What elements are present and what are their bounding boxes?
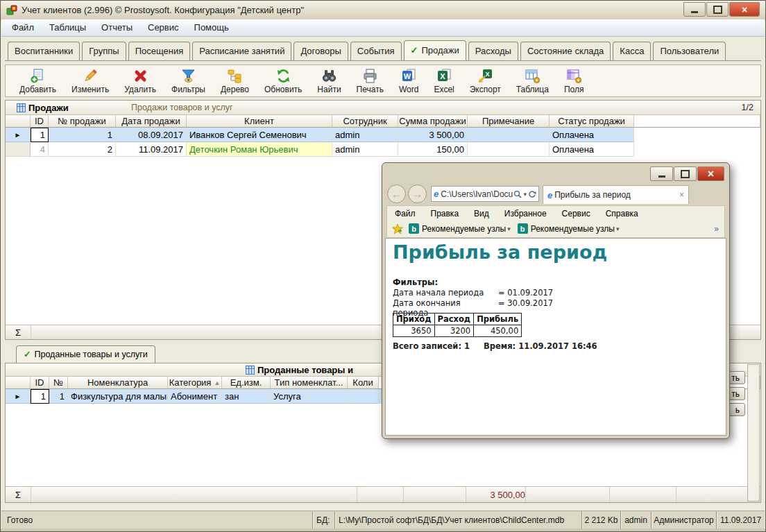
sigma-icon: Σ [6, 487, 31, 502]
tab-sklad[interactable]: Состояние склада [520, 42, 611, 60]
add-icon [30, 68, 46, 84]
cell-amount: 150,00 [398, 142, 468, 157]
button-label: Фильтры [171, 85, 205, 94]
address-bar[interactable]: e C:\Users\Ivan\Docum ▾ [431, 186, 539, 202]
overflow-chevron-icon[interactable]: » [714, 224, 719, 234]
filters-button[interactable]: Фильтры [166, 67, 211, 95]
table-row[interactable]: ► 1 1 08.09.2017 Иванков Сергей Семенови… [6, 128, 760, 142]
fields-button[interactable]: Поля [559, 67, 590, 95]
app-icon [6, 5, 17, 16]
status-db-path: L:\My\Простой софт\БД\БД\Учет клиентов\C… [334, 511, 581, 529]
filter-value: = 01.09.2017 [498, 288, 553, 298]
ie-menu-favorites[interactable]: Избранное [497, 209, 554, 218]
favorites-star-icon[interactable] [392, 223, 403, 234]
forward-button[interactable]: → [408, 185, 427, 203]
cell-id: 4 [31, 142, 49, 157]
chevron-down-icon[interactable]: ▾ [507, 225, 511, 232]
column-header-nomenclature[interactable]: Номенклатура [68, 377, 168, 389]
close-button[interactable]: × [729, 2, 760, 17]
column-header-type[interactable]: Тип номенклат... [271, 377, 348, 389]
column-header-num[interactable]: № [49, 377, 68, 389]
export-button[interactable]: X Экспорт [464, 67, 507, 95]
column-header-id[interactable]: ID [31, 377, 49, 389]
table-button[interactable]: Таблица [511, 67, 554, 95]
report-col-pribyl: Прибыль [474, 314, 522, 325]
tab-poseshcheniya[interactable]: Посещения [128, 42, 191, 60]
tab-label: Договоры [300, 46, 341, 56]
ie-menu-edit[interactable]: Правка [423, 209, 467, 218]
table-row[interactable]: 4 2 11.09.2017 Деточкин Роман Юрьевич ad… [6, 142, 760, 157]
tab-kassa[interactable]: Касса [613, 42, 651, 60]
maximize-icon [713, 6, 722, 14]
minimize-button[interactable] [683, 2, 706, 17]
menu-help[interactable]: Помощь [187, 19, 237, 36]
ie-minimize-button[interactable] [650, 166, 673, 181]
add-button[interactable]: Добавить [14, 67, 62, 95]
tab-sold-items[interactable]: ✓Проданные товары и услуги [16, 345, 155, 363]
tab-polzovateli[interactable]: Пользователи [653, 42, 726, 60]
menu-tables[interactable]: Таблицы [42, 19, 94, 36]
button-label: Word [399, 85, 418, 94]
favorites-item[interactable]: Рекомендуемые узлы [531, 224, 615, 234]
sum-divider [676, 487, 676, 502]
tree-icon [227, 68, 243, 84]
column-header-status[interactable]: Статус продажи [550, 115, 634, 128]
tab-label: Касса [620, 46, 644, 56]
button-label: ть [731, 373, 740, 383]
tab-raskhody[interactable]: Расходы [468, 42, 518, 60]
column-header-id[interactable]: ID [31, 115, 49, 128]
maximize-button[interactable] [706, 2, 729, 17]
refresh-icon[interactable] [528, 190, 536, 198]
column-header-employee[interactable]: Сотрудник [332, 115, 398, 128]
column-header-client[interactable]: Клиент [187, 115, 332, 128]
row-filler [634, 128, 760, 142]
print-button[interactable]: Печать [351, 67, 389, 95]
search-icon[interactable] [513, 190, 522, 198]
tab-prodazhi[interactable]: ✓Продажи [404, 40, 466, 60]
refresh-icon [275, 68, 291, 84]
ie-tab[interactable]: e Прибыль за период × [543, 185, 689, 204]
delete-button[interactable]: Удалить [119, 67, 162, 95]
sales-panel-header: Продажи Продажи товаров и услуг 1/2 [6, 101, 760, 115]
panel-scroll-strip[interactable] [747, 364, 760, 501]
address-dropdown-icon[interactable]: ▾ [523, 191, 527, 198]
word-button[interactable]: W Word [393, 67, 424, 95]
ie-close-button[interactable]: × [697, 166, 724, 181]
column-header-amount[interactable]: Сумма продажи [398, 115, 468, 128]
tree-button[interactable]: Дерево [215, 67, 255, 95]
edit-button[interactable]: Изменить [66, 67, 114, 95]
cell-employee: admin [332, 128, 398, 142]
ie-menu-help[interactable]: Справка [598, 209, 646, 218]
ie-maximize-button[interactable] [674, 166, 697, 181]
column-header-qty[interactable]: Коли [348, 377, 379, 389]
menu-bar: Файл Таблицы Отчеты Сервис Помощь [1, 19, 765, 37]
ie-menu-tools[interactable]: Сервис [554, 209, 598, 218]
menu-service[interactable]: Сервис [140, 19, 187, 36]
excel-button[interactable]: X Excel [428, 67, 459, 95]
favorites-item[interactable]: Рекомендуемые узлы [422, 224, 506, 234]
column-header-note[interactable]: Примечание [468, 115, 550, 128]
ie-menu-file[interactable]: Файл [387, 209, 423, 218]
tab-raspisanie[interactable]: Расписание занятий [192, 42, 291, 60]
back-button[interactable]: ← [387, 185, 406, 203]
column-header-unit[interactable]: Ед.изм. [222, 377, 271, 389]
tab-gruppy[interactable]: Группы [82, 42, 126, 60]
tab-close-icon[interactable]: × [679, 190, 684, 200]
column-header-date[interactable]: Дата продажи [116, 115, 187, 128]
find-button[interactable]: Найти [312, 67, 346, 95]
tab-dogovory[interactable]: Договоры [293, 42, 348, 60]
ie-menu-view[interactable]: Вид [466, 209, 497, 218]
tab-vospitanniki[interactable]: Воспитанники [8, 42, 80, 60]
menu-file[interactable]: Файл [4, 19, 42, 36]
button-label: ть [731, 389, 740, 399]
sum-divider [403, 487, 404, 502]
tab-sobytiya[interactable]: События [350, 42, 402, 60]
back-icon: ← [391, 188, 402, 200]
refresh-button[interactable]: Обновить [259, 67, 307, 95]
menu-reports[interactable]: Отчеты [94, 19, 140, 36]
delete-icon [133, 68, 148, 84]
chevron-down-icon[interactable]: ▾ [616, 225, 620, 232]
column-header-category[interactable]: Категория ▲ [168, 377, 222, 389]
cell-qty [348, 389, 379, 404]
column-header-salenum[interactable]: № продажи [49, 115, 116, 128]
